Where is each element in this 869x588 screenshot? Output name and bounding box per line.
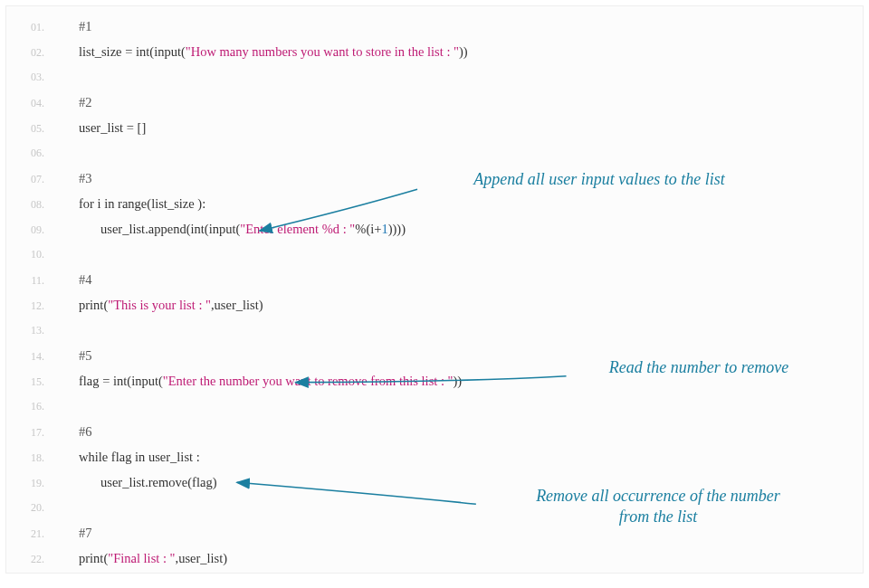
token-op: =	[125, 44, 136, 59]
token-comment: #5	[79, 348, 92, 363]
token-ident: flag	[79, 374, 102, 388]
token-str: "This is your list : "	[108, 298, 211, 312]
line-number: 07.	[6, 166, 59, 192]
line-number: 22.	[6, 546, 59, 572]
line-number: 10.	[6, 242, 59, 267]
token-builtin: int	[190, 222, 204, 236]
line-number: 21.	[6, 521, 59, 546]
token-builtin: int	[113, 374, 127, 388]
token-comment: #1	[79, 19, 92, 33]
code-line: 08.for i in range(list_size ):	[6, 191, 863, 216]
token-builtin: append	[148, 222, 186, 236]
line-content: user_list = []	[59, 115, 146, 140]
token-ident: user_list	[100, 475, 145, 489]
line-number: 17.	[6, 420, 59, 445]
token-ident: user_list	[148, 450, 196, 464]
line-number: 04.	[6, 90, 59, 116]
line-number: 19.	[6, 470, 59, 496]
line-content: user_list.append(int(input("Enter elemen…	[59, 216, 406, 242]
line-content: flag = int(input("Enter the number you w…	[59, 368, 462, 394]
token-builtin: input	[209, 222, 236, 236]
code-line: 11.#4	[6, 267, 863, 292]
code-line: 16.	[6, 394, 863, 419]
code-line: 02.list_size = int(input("How many numbe…	[6, 39, 863, 64]
line-content: #4	[59, 267, 92, 292]
token-op: ))	[454, 374, 463, 388]
token-builtin: input	[131, 374, 158, 388]
line-number: 05.	[6, 116, 59, 141]
token-op: ))))	[388, 222, 406, 236]
code-line: 19.user_list.remove(flag)	[6, 469, 863, 495]
code-line: 18.while flag in user_list :	[6, 444, 863, 469]
code-line: 06.	[6, 140, 863, 166]
code-line: 07.#3	[6, 166, 863, 191]
line-number: 14.	[6, 344, 59, 369]
token-str: "Final list : "	[108, 551, 175, 565]
token-ident: user_list	[100, 222, 145, 236]
code-line: 05.user_list = []	[6, 115, 863, 140]
token-ident: user_list	[215, 298, 259, 312]
code-line: 21.#7	[6, 520, 863, 545]
token-op: ))	[459, 44, 468, 59]
token-op: )	[213, 475, 217, 489]
code-line: 15.flag = int(input("Enter the number yo…	[6, 368, 863, 394]
token-comment: #4	[79, 272, 92, 287]
token-ident: list_size	[79, 44, 125, 59]
token-op: %	[355, 222, 366, 236]
line-number: 15.	[6, 369, 59, 394]
token-ident: user_list	[178, 551, 223, 565]
token-builtin: int	[136, 44, 149, 59]
token-op: :	[196, 450, 200, 464]
token-kw: for	[79, 196, 98, 211]
token-str: "How many numbers you want to store in t…	[186, 44, 459, 59]
code-line: 14.#5	[6, 343, 863, 368]
line-number: 08.	[6, 192, 59, 217]
code-line: 04.#2	[6, 90, 863, 115]
token-op: =	[102, 374, 113, 388]
token-op: ):	[197, 196, 205, 211]
line-number: 09.	[6, 217, 59, 242]
token-ident: flag	[111, 450, 135, 464]
line-number: 20.	[6, 495, 59, 520]
token-op: )	[223, 551, 227, 565]
code-line: 22.print("Final list : ",user_list)	[6, 545, 863, 571]
token-num: 1	[381, 222, 387, 236]
token-builtin: remove	[148, 475, 187, 489]
code-line: 10.	[6, 242, 863, 267]
token-ident: user_list	[79, 120, 127, 135]
token-comment: #2	[79, 95, 92, 109]
token-op: )	[259, 298, 263, 312]
line-content: user_list.remove(flag)	[59, 469, 216, 495]
line-content: for i in range(list_size ):	[59, 191, 205, 216]
token-builtin: print	[79, 551, 103, 565]
line-number: 03.	[6, 64, 59, 90]
code-line: 20.	[6, 495, 863, 520]
line-number: 11.	[6, 268, 59, 293]
line-content: #1	[59, 14, 92, 39]
token-kw: in	[104, 196, 118, 211]
token-op: []	[138, 120, 147, 135]
line-number: 12.	[6, 293, 59, 318]
token-ident: list_size	[151, 196, 197, 211]
line-content: #5	[59, 343, 92, 368]
token-builtin: input	[154, 44, 181, 59]
line-content: #7	[59, 520, 92, 545]
token-ident: flag	[192, 475, 213, 489]
token-builtin: range	[118, 196, 147, 211]
token-kw: in	[135, 450, 148, 464]
line-number: 18.	[6, 445, 59, 470]
code-line: 01.#1	[6, 14, 863, 39]
code-block: 01.#102.list_size = int(input("How many …	[5, 5, 864, 574]
line-content: while flag in user_list :	[59, 444, 200, 469]
code-line: 03.	[6, 64, 863, 90]
code-line: 12.print("This is your list : ",user_lis…	[6, 292, 863, 318]
line-content: list_size = int(input("How many numbers …	[59, 39, 468, 64]
line-content: #3	[59, 166, 92, 191]
token-comment: #6	[79, 424, 92, 439]
code-line: 13.	[6, 318, 863, 343]
code-line: 09.user_list.append(int(input("Enter ele…	[6, 216, 863, 242]
line-content: print("This is your list : ",user_list)	[59, 292, 263, 318]
line-content: #6	[59, 419, 92, 444]
line-content: print("Final list : ",user_list)	[59, 545, 227, 571]
token-builtin: print	[79, 298, 103, 312]
